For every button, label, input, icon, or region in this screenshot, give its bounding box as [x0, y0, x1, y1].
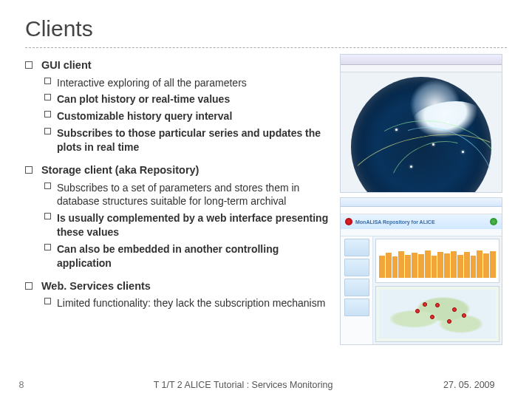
right-panel [373, 236, 502, 344]
bullet-square-icon [44, 213, 51, 219]
list-item: Subscribes to a set of parameters and st… [44, 181, 335, 209]
bullet-square-icon [44, 78, 51, 84]
bullet-square-icon [44, 94, 51, 100]
list-item: Is usually complemented by a web interfa… [44, 211, 335, 239]
list-item: Can also be embedded in another controll… [44, 242, 335, 270]
section-storage-client: Storage client (aka Repository) Subscrib… [25, 163, 335, 270]
page-menubar [341, 229, 502, 236]
browser-titlebar [341, 198, 502, 207]
sub-list: Limited functionality: they lack the sub… [44, 296, 335, 310]
monalisa-logo-icon [490, 218, 497, 225]
list-item: Interactive exploring of all the paramet… [44, 76, 335, 90]
bullet-square-icon [44, 111, 51, 117]
list-item: Customizable history query interval [44, 109, 335, 123]
slide-title: Clients [25, 16, 507, 48]
bullet-square-icon [44, 183, 51, 189]
window-titlebar [341, 55, 502, 65]
bullet-square-icon [25, 61, 33, 69]
slide-footer: 8 T 1/T 2 ALICE Tutorial : Services Moni… [0, 380, 532, 390]
repository-screenshot: MonALISA Repository for ALICE [340, 197, 502, 345]
gui-client-screenshot [340, 54, 502, 193]
section-label: Storage client (aka Repository) [41, 164, 200, 176]
bullet-square-icon [44, 128, 51, 134]
text-column: GUI client Interactive exploring of all … [25, 54, 335, 345]
list-item: Can plot history or real-time values [44, 92, 335, 106]
globe-visualization [351, 77, 491, 193]
europe-map [375, 286, 499, 342]
slide: Clients GUI client Interactive exploring… [0, 0, 532, 399]
repository-title: MonALISA Repository for ALICE [355, 219, 435, 225]
bullet-square-icon [44, 244, 51, 250]
bullet-square-icon [25, 166, 33, 174]
list-item: Subscribes to those particular series an… [44, 126, 335, 154]
sub-list: Interactive exploring of all the paramet… [44, 76, 335, 154]
thumbnail [344, 259, 369, 276]
bullet-square-icon [44, 298, 51, 304]
sub-list: Subscribes to a set of parameters and st… [44, 181, 335, 270]
thumbnail [344, 299, 369, 316]
section-gui-client: GUI client Interactive exploring of all … [25, 58, 335, 154]
top-list: GUI client Interactive exploring of all … [25, 58, 335, 310]
bar-chart [375, 239, 499, 283]
section-label: Web. Services clients [41, 280, 151, 292]
thumbnail [344, 279, 369, 296]
left-panel [341, 236, 373, 344]
slide-body: GUI client Interactive exploring of all … [25, 54, 507, 345]
window-toolbar [341, 65, 502, 72]
page-content [341, 236, 502, 344]
page-number: 8 [0, 380, 43, 390]
footer-center: T 1/T 2 ALICE Tutorial : Services Monito… [43, 380, 443, 390]
image-column: MonALISA Repository for ALICE [340, 54, 507, 345]
browser-addressbar [341, 207, 502, 214]
thumbnail [344, 239, 369, 256]
list-item: Limited functionality: they lack the sub… [44, 296, 335, 310]
page-header: MonALISA Repository for ALICE [341, 214, 502, 229]
bullet-square-icon [25, 282, 33, 290]
alice-logo-icon [345, 218, 352, 225]
section-label: GUI client [41, 59, 92, 71]
section-webservices: Web. Services clients Limited functional… [25, 279, 335, 310]
footer-date: 27. 05. 2009 [443, 380, 532, 390]
